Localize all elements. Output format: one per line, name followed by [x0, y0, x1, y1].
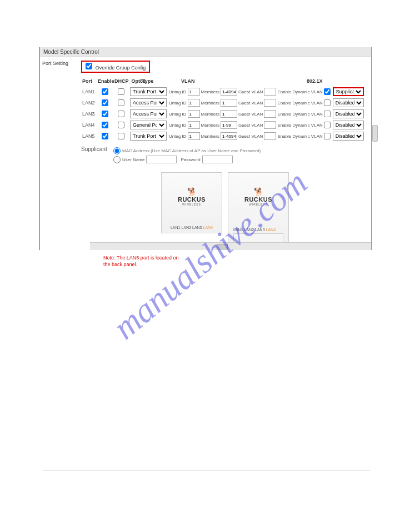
port-type-select[interactable]: Trunk Port: [130, 87, 167, 96]
guest-vlan-label: Guest VLAN: [238, 134, 263, 139]
enable-dynamic-vlan-checkbox[interactable]: [324, 99, 331, 106]
enable-checkbox[interactable]: [102, 88, 108, 95]
untag-id-input[interactable]: [188, 110, 200, 118]
enable-dynamic-vlan-checkbox[interactable]: [324, 122, 331, 128]
members-label: Members: [201, 134, 219, 139]
port-type-select[interactable]: Access Port: [130, 98, 167, 107]
members-input[interactable]: [221, 132, 237, 140]
table-row: LAN4 General Port Untag ID Members Guest…: [81, 121, 369, 129]
override-group-config-box: Override Group Config: [81, 61, 150, 73]
device-logo-sub: WIRELESS: [249, 203, 268, 206]
untag-id-input[interactable]: [188, 88, 200, 96]
device-image-1: 🐕 RUCKUS WIRELESS LAN1 LAN2 LAN3 LAN4: [161, 172, 222, 233]
table-row: LAN5 Trunk Port Untag ID Members Guest V…: [81, 132, 369, 141]
table-header: Port Enable DHCP_Opt82 Type VLAN 802.1X: [81, 77, 369, 85]
enable-dynamic-vlan-label: Enable Dynamic VLAN: [277, 101, 322, 106]
header-dot1x: 802.1X: [306, 77, 339, 85]
members-label: Members: [201, 112, 219, 117]
enable-dynamic-vlan-checkbox[interactable]: [324, 111, 331, 117]
guest-vlan-label: Guest VLAN: [238, 89, 263, 94]
enable-dynamic-vlan-checkbox[interactable]: [324, 133, 331, 139]
port-name: LAN5: [81, 133, 97, 139]
dot1x-select[interactable]: Disabled: [333, 109, 364, 118]
guest-vlan-label: Guest VLAN: [238, 101, 263, 106]
untag-id-label: Untag ID: [169, 112, 187, 117]
scroll-thumb[interactable]: [217, 244, 228, 249]
enable-checkbox[interactable]: [102, 111, 108, 117]
device-logo-sub: WIRELESS: [182, 203, 201, 206]
device2-lan-labels: LAN1 LAN2 LAN3 LAN4: [233, 228, 283, 232]
header-vlan: VLAN: [180, 77, 306, 85]
supplicant-user-label: User Name: [122, 157, 144, 162]
device-logo-text: RUCKUS: [244, 196, 272, 203]
supplicant-password-input[interactable]: [202, 156, 233, 163]
table-row: LAN2 Access Port Untag ID Members Guest …: [81, 98, 369, 107]
supplicant-label: Supplicant: [81, 146, 113, 164]
ruckus-dog-icon: 🐕: [254, 187, 263, 196]
device-logo-text: RUCKUS: [178, 196, 206, 203]
section-title: Model Specific Control: [40, 47, 371, 57]
untag-id-input[interactable]: [188, 132, 200, 140]
header-type: Type: [141, 77, 180, 85]
port-type-select[interactable]: Trunk Port: [130, 132, 167, 141]
header-enable: Enable: [97, 77, 113, 85]
dot1x-select[interactable]: Disabled: [333, 98, 364, 107]
dhcp-opt82-checkbox[interactable]: [118, 111, 124, 117]
ruckus-dog-icon: 🐕: [187, 187, 197, 196]
untag-id-label: Untag ID: [169, 134, 187, 139]
members-input[interactable]: [221, 121, 237, 129]
guest-vlan-input[interactable]: [264, 88, 276, 96]
enable-dynamic-vlan-label: Enable Dynamic VLAN: [277, 134, 322, 139]
horizontal-scrollbar[interactable]: [90, 242, 371, 250]
guest-vlan-input[interactable]: [264, 99, 276, 107]
enable-dynamic-vlan-label: Enable Dynamic VLAN: [277, 123, 322, 128]
members-label: Members: [201, 123, 219, 128]
enable-checkbox[interactable]: [102, 99, 108, 106]
untag-id-label: Untag ID: [169, 123, 187, 128]
guest-vlan-label: Guest VLAN: [238, 123, 263, 128]
guest-vlan-input[interactable]: [264, 121, 276, 129]
dhcp-opt82-checkbox[interactable]: [118, 133, 124, 139]
device-image-2: 🐕 RUCKUS WIRELESS LAN1 LAN2 LAN3 LAN4: [228, 172, 289, 247]
enable-dynamic-vlan-label: Enable Dynamic VLAN: [277, 89, 322, 94]
header-port: Port: [81, 77, 97, 85]
dot1x-select[interactable]: Supplicant: [333, 87, 364, 96]
members-input[interactable]: [221, 88, 237, 96]
untag-id-input[interactable]: [188, 99, 200, 107]
device1-lan-labels: LAN1 LAN2 LAN3 LAN4: [171, 226, 213, 229]
untag-id-input[interactable]: [188, 121, 200, 129]
supplicant-user-radio[interactable]: [113, 156, 121, 163]
enable-checkbox[interactable]: [102, 133, 108, 139]
dot1x-select[interactable]: Disabled: [333, 121, 364, 129]
supplicant-username-input[interactable]: [146, 156, 177, 163]
members-label: Members: [201, 101, 219, 106]
supplicant-mac-radio[interactable]: [113, 147, 121, 154]
supplicant-password-label: Password: [181, 157, 200, 162]
enable-dynamic-vlan-checkbox[interactable]: [324, 88, 331, 95]
enable-dynamic-vlan-label: Enable Dynamic VLAN: [277, 112, 322, 117]
enable-checkbox[interactable]: [102, 122, 108, 128]
table-row: LAN3 Access Port Untag ID Members Guest …: [81, 109, 369, 118]
port-name: LAN1: [81, 89, 97, 94]
override-group-config-checkbox[interactable]: [86, 63, 92, 69]
members-input[interactable]: [221, 99, 237, 107]
note-text: Note: The LAN5 port is located on the ba…: [103, 255, 187, 268]
guest-vlan-label: Guest VLAN: [238, 112, 263, 117]
port-type-select[interactable]: General Port: [130, 121, 167, 129]
dhcp-opt82-checkbox[interactable]: [118, 122, 124, 128]
members-input[interactable]: [221, 110, 237, 118]
vertical-scrollbar-thumb[interactable]: [372, 125, 378, 142]
guest-vlan-input[interactable]: [264, 110, 276, 118]
header-dhcp: DHCP_Opt82: [113, 77, 141, 85]
port-setting-label: Port Setting: [42, 61, 77, 66]
guest-vlan-input[interactable]: [264, 132, 276, 140]
port-type-select[interactable]: Access Port: [130, 109, 167, 118]
supplicant-mac-label: MAC Address (Use MAC Address of AP as Us…: [122, 148, 261, 153]
footer-divider: [43, 471, 370, 471]
untag-id-label: Untag ID: [169, 101, 187, 106]
dot1x-select[interactable]: Disabled: [333, 132, 364, 141]
untag-id-label: Untag ID: [169, 89, 187, 94]
port-name: LAN3: [81, 111, 97, 117]
dhcp-opt82-checkbox[interactable]: [118, 99, 124, 106]
dhcp-opt82-checkbox[interactable]: [118, 88, 124, 95]
